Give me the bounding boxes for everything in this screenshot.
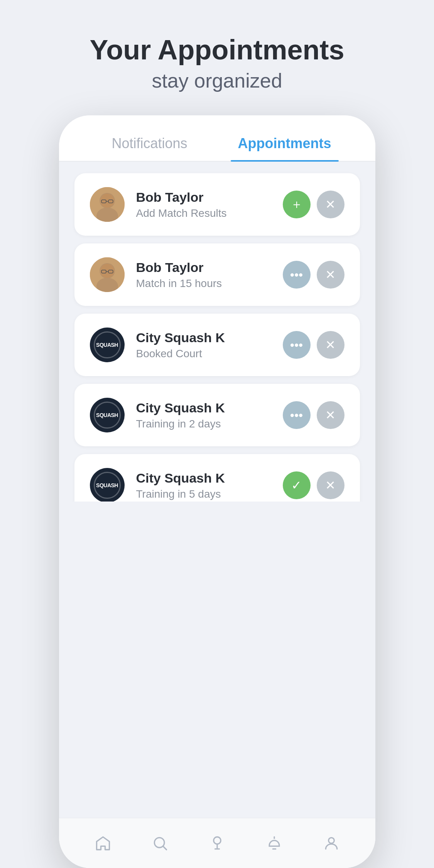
card-name-1: Bob Taylor <box>136 190 271 205</box>
action-add-button-1[interactable]: ＋ <box>283 191 311 218</box>
content-area: Bob Taylor Add Match Results ＋ ✕ <box>59 162 375 501</box>
nav-profile[interactable] <box>320 832 343 855</box>
nav-squash[interactable] <box>206 832 229 855</box>
nav-bell[interactable] <box>263 832 286 855</box>
card-info-1: Bob Taylor Add Match Results <box>136 190 271 220</box>
svg-point-16 <box>213 837 220 844</box>
appointment-card-5: SQUASH City Squash K Training in 5 days … <box>74 454 360 501</box>
content-spacer <box>59 502 375 818</box>
avatar-squash-5: SQUASH <box>90 468 125 501</box>
avatar-bob-1 <box>90 187 125 222</box>
card-desc-5: Training in 5 days <box>136 488 271 500</box>
card-info-2: Bob Taylor Match in 15 hours <box>136 260 271 290</box>
avatar-squash-3: SQUASH <box>90 328 125 362</box>
action-check-button-5[interactable]: ✓ <box>283 471 311 499</box>
card-actions-2: ••• ✕ <box>283 261 344 289</box>
card-info-5: City Squash K Training in 5 days <box>136 471 271 500</box>
action-close-button-1[interactable]: ✕ <box>317 191 344 218</box>
action-close-button-5[interactable]: ✕ <box>317 471 344 499</box>
card-actions-1: ＋ ✕ <box>283 191 344 218</box>
appointment-card-2: Bob Taylor Match in 15 hours ••• ✕ <box>74 243 360 306</box>
page-header: Your Appointments stay organized <box>90 35 344 92</box>
action-close-button-2[interactable]: ✕ <box>317 261 344 289</box>
avatar-bob-2 <box>90 257 125 292</box>
card-name-3: City Squash K <box>136 330 271 345</box>
phone-container: Notifications Appointments <box>59 115 375 868</box>
card-actions-4: ••• ✕ <box>283 401 344 429</box>
bottom-nav <box>59 818 375 868</box>
card-desc-2: Match in 15 hours <box>136 277 271 290</box>
svg-point-19 <box>328 838 334 843</box>
avatar-squash-4: SQUASH <box>90 398 125 432</box>
card-info-4: City Squash K Training in 2 days <box>136 400 271 430</box>
card-info-3: City Squash K Booked Court <box>136 330 271 360</box>
nav-home[interactable] <box>91 832 115 855</box>
card-actions-3: ••• ✕ <box>283 331 344 359</box>
action-dots-button-4[interactable]: ••• <box>283 401 311 429</box>
tabs-bar: Notifications Appointments <box>59 115 375 162</box>
card-desc-3: Booked Court <box>136 348 271 360</box>
appointment-card-1: Bob Taylor Add Match Results ＋ ✕ <box>74 173 360 236</box>
card-name-2: Bob Taylor <box>136 260 271 275</box>
appointment-card-4: SQUASH City Squash K Training in 2 days … <box>74 384 360 446</box>
svg-line-15 <box>163 846 166 849</box>
page-subtitle: stay organized <box>90 69 344 92</box>
card-desc-1: Add Match Results <box>136 207 271 220</box>
action-dots-button-3[interactable]: ••• <box>283 331 311 359</box>
appointment-card-3: SQUASH City Squash K Booked Court ••• ✕ <box>74 314 360 376</box>
svg-point-10 <box>100 264 114 278</box>
tab-notifications[interactable]: Notifications <box>82 135 217 161</box>
action-close-button-4[interactable]: ✕ <box>317 401 344 429</box>
card-name-4: City Squash K <box>136 400 271 415</box>
card-desc-4: Training in 2 days <box>136 418 271 430</box>
page-title: Your Appointments <box>90 35 344 65</box>
card-name-5: City Squash K <box>136 471 271 486</box>
action-dots-button-2[interactable]: ••• <box>283 261 311 289</box>
tab-appointments[interactable]: Appointments <box>217 135 352 161</box>
action-close-button-3[interactable]: ✕ <box>317 331 344 359</box>
card-actions-5: ✓ ✕ <box>283 471 344 499</box>
svg-point-3 <box>100 194 114 208</box>
nav-search[interactable] <box>149 832 172 855</box>
